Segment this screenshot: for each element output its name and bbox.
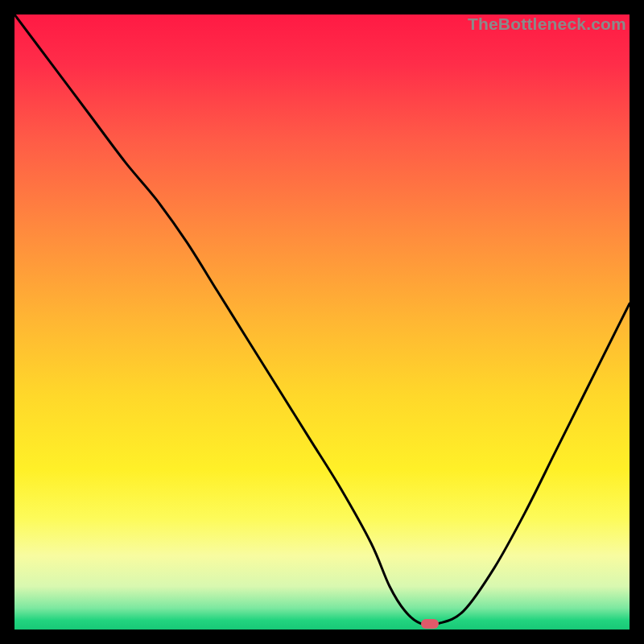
bottleneck-chart — [14, 14, 630, 630]
gradient-rect — [14, 14, 630, 630]
watermark-text: TheBottleneck.com — [468, 14, 626, 34]
optimum-marker — [421, 619, 439, 629]
chart-frame: TheBottleneck.com — [14, 14, 630, 630]
